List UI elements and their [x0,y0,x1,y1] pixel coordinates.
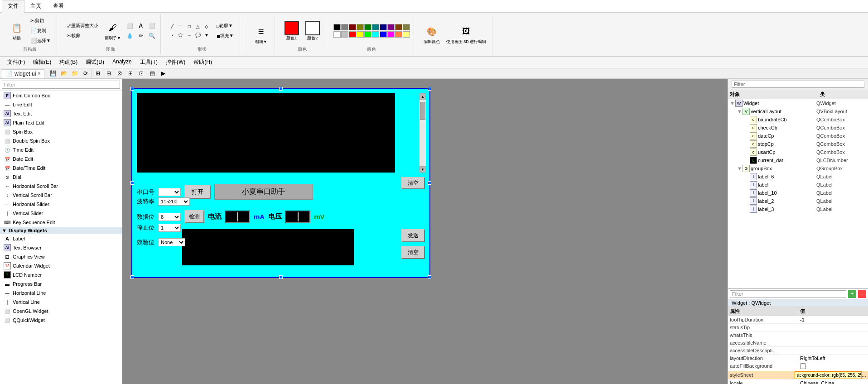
tree-row-baud-cb[interactable]: c baundrateCb QComboBox [728,115,868,124]
prop-row-autofill[interactable]: autoFillBackground [728,362,868,371]
resize-button[interactable]: ⤢ 重新调整大小 [64,21,101,30]
preview-btn[interactable]: ▶ [158,68,168,78]
display-vscroll[interactable]: ▲ ▼ [420,93,426,173]
clear-button-1[interactable]: 清空 [401,177,425,189]
curve-tool[interactable]: ⌒ [177,23,185,31]
tab-home[interactable]: 主页 [24,0,47,12]
color-cell[interactable] [333,24,341,30]
props-add-button[interactable]: + [848,290,856,298]
sidebar-filter-input[interactable] [2,81,120,89]
clear-button-2[interactable]: 清空 [401,246,425,259]
prop-row-stylesheet[interactable]: styleSheet ackground-color: rgb(85, 255,… [728,371,868,379]
grid-btn[interactable]: ⊞ [125,68,135,78]
sidebar-item-progress-bar[interactable]: ▬ Progress Bar [0,279,122,288]
more-shapes[interactable]: ▼ [203,32,211,38]
serial-port-select[interactable] [158,188,181,196]
scroll-down[interactable]: ▼ [420,166,426,173]
prop-value-stylesheet[interactable]: ackground-color: rgb(85, 255, 255); [795,371,862,379]
pentagon-tool[interactable]: ⬠ [177,32,185,38]
prop-row-accessible-desc[interactable]: accessibleDescripti... [728,347,868,355]
rect-tool[interactable]: □ [185,23,193,31]
right-filter-input[interactable] [732,81,864,88]
sidebar-item-datetime-edit[interactable]: 📅 Date/Time Edit [0,163,122,173]
autofill-checkbox[interactable] [800,363,806,369]
zoom-button[interactable]: 🔍 [147,31,157,40]
send-button[interactable]: 发送 [401,229,425,242]
color-cell[interactable] [380,31,387,38]
color-cell[interactable] [364,31,371,38]
tool1-button[interactable]: ⬜ [125,21,135,30]
crop-button[interactable]: ✂ 裁剪 [64,31,101,40]
callout-tool[interactable]: 💬 [194,32,202,38]
tree-row-label[interactable]: l label QLabel [728,181,868,189]
prop-row-layout-dir[interactable]: layoutDirection RightToLeft [728,355,868,362]
color-cell[interactable] [349,24,356,30]
stylesheet-edit-btn[interactable]: … [862,371,868,379]
menu-tools[interactable]: 工具(T) [136,58,161,67]
align-left-btn[interactable]: ⊞ [93,68,103,78]
data-bits-select[interactable]: 8 [158,213,181,221]
color-cell[interactable] [395,24,402,30]
form-btn[interactable]: ▤ [147,68,157,78]
tool2-button[interactable]: 💧 [125,31,135,40]
edit-color-btn[interactable]: 🎨 编辑颜色 [421,23,442,46]
menu-build[interactable]: 构建(B) [56,58,81,67]
baud-rate-select[interactable]: 115200 [158,197,190,206]
select-button[interactable]: ⬜ 选择▼ [28,36,53,45]
text-tool-button[interactable]: A [136,21,145,30]
tab-view[interactable]: 查看 [47,0,70,12]
arrow-tool[interactable]: → [185,32,193,38]
use-image-btn[interactable]: 🖼 使用画图 3D 进行编辑 [444,23,489,46]
file-tab-close[interactable]: × [38,71,40,76]
sidebar-item-double-spin-box[interactable]: ⬜ Double Spin Box [0,136,122,145]
canvas-viewport[interactable]: ▲ ▼ 清空 串口号 打开 [122,79,728,384]
handle-bl[interactable] [130,275,134,279]
handle-br[interactable] [428,275,431,279]
sidebar-item-date-edit[interactable]: 📅 Date Edit [0,154,122,163]
align-center-btn[interactable]: ⊟ [104,68,114,78]
star-tool[interactable]: ⋆ [168,32,176,38]
file-tab-widget[interactable]: 📄 widget.ui × [2,69,44,78]
sidebar-item-hline[interactable]: — Horizontal Line [0,288,122,298]
distribute-btn[interactable]: ⊠ [115,68,125,78]
tree-row-label3[interactable]: l label_3 QLabel [728,205,868,213]
sidebar-item-spin-box[interactable]: ⬜ Spin Box [0,127,122,136]
undo-history-btn[interactable]: ⟳ [81,68,91,78]
sidebar-item-lcd[interactable]: 7 LCD Number [0,270,122,279]
display-widgets-section[interactable]: ▼ Display Widgets [0,227,122,234]
color1-btn[interactable]: 颜色1 [282,19,301,43]
color-cell[interactable] [403,31,410,38]
sidebar-item-text-browser[interactable]: AI Text Browser [0,243,122,252]
diamond-tool[interactable]: ◇ [203,23,211,31]
sidebar-item-hslider[interactable]: — Horizontal Slider [0,200,122,209]
tree-row-current-dat[interactable]: L current_dat QLCDNumber [728,156,868,164]
layout-btn[interactable]: ⊡ [136,68,146,78]
color-cell[interactable] [341,31,348,38]
color-cell[interactable] [364,24,371,30]
handle-bm[interactable] [279,275,283,279]
sidebar-item-key-seq[interactable]: ⌨ Key Sequence Edit [0,218,122,227]
color-cell[interactable] [395,31,402,38]
line-tool[interactable]: ╱ [168,23,176,31]
tree-row-label6[interactable]: l label_6 QLabel [728,173,868,181]
sidebar-item-plain-text-edit[interactable]: AI Plain Text Edit [0,118,122,127]
color-cell[interactable] [341,24,348,30]
canvas-widget[interactable]: ▲ ▼ 清空 串口号 打开 [131,88,430,278]
color-cell[interactable] [357,24,364,30]
color-cell[interactable] [387,24,395,30]
sidebar-item-text-edit[interactable]: AI Text Edit [0,109,122,118]
sidebar-item-qquick[interactable]: ⬜ QQuickWidget [0,316,122,325]
menu-controls[interactable]: 控件(W) [162,58,189,67]
sidebar-item-graphics-view[interactable]: 🖼 Graphics View [0,252,122,261]
color-cell[interactable] [372,24,379,30]
color-cell[interactable] [349,31,356,38]
menu-help[interactable]: 帮助(H) [190,58,216,67]
sidebar-item-line-edit[interactable]: — Line Edit [0,100,122,109]
sidebar-item-vscroll[interactable]: ↕ Vertical Scroll Bar [0,191,122,200]
sidebar-item-font-combo-box[interactable]: F Font Combo Box [0,91,122,100]
handle-tm[interactable] [279,87,283,91]
tree-row-usart-cp[interactable]: c usartCp QComboBox [728,148,868,156]
handle-tl[interactable] [130,87,134,91]
clear-btn-1[interactable]: 清空 [401,177,425,189]
color-cell[interactable] [380,24,387,30]
